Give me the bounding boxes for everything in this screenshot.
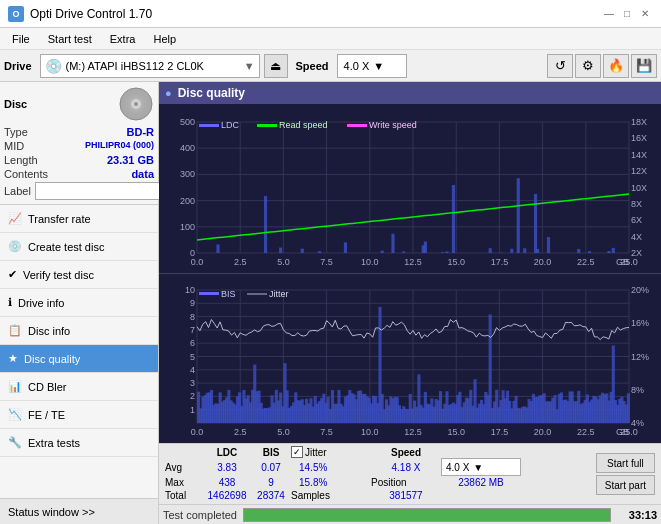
type-value: BD-R <box>127 126 155 138</box>
mid-value: PHILIPR04 (000) <box>85 140 154 152</box>
sidebar-item-fe-te[interactable]: 📉 FE / TE <box>0 401 158 429</box>
sidebar-label-extra-tests: Extra tests <box>28 437 80 449</box>
type-label: Type <box>4 126 28 138</box>
status-window-button[interactable]: Status window >> <box>0 498 158 524</box>
test-speed-value: 4.0 X <box>446 462 469 473</box>
max-ldc: 438 <box>203 476 251 489</box>
stat-header-speed: Speed <box>371 447 441 458</box>
save-button[interactable]: 💾 <box>631 54 657 78</box>
avg-ldc: 3.83 <box>203 461 251 474</box>
create-test-disc-icon: 💿 <box>8 240 22 253</box>
avg-bis: 0.07 <box>251 461 291 474</box>
fe-te-icon: 📉 <box>8 408 22 421</box>
mid-label: MID <box>4 140 24 152</box>
titlebar-controls: — □ ✕ <box>601 6 653 22</box>
sidebar-label-verify-test-disc: Verify test disc <box>23 269 94 281</box>
avg-label: Avg <box>165 462 203 473</box>
menu-start-test[interactable]: Start test <box>40 29 100 49</box>
svg-point-3 <box>120 88 152 120</box>
disc-contents-row: Contents data <box>4 168 154 180</box>
settings-button[interactable]: ⚙ <box>575 54 601 78</box>
start-buttons: Start full Start part <box>596 453 655 495</box>
titlebar-left: O Opti Drive Control 1.70 <box>8 6 152 22</box>
label-input[interactable] <box>35 182 168 200</box>
drive-name: (M:) ATAPI iHBS112 2 CL0K <box>66 60 240 72</box>
eject-button[interactable]: ⏏ <box>264 54 288 78</box>
progress-bar <box>243 508 611 522</box>
sidebar: Disc Type BD-R MID PHILIPR04 (000) Lengt… <box>0 82 159 524</box>
disc-header: Disc <box>4 86 154 122</box>
samples-value: 381577 <box>371 489 441 502</box>
content-header: ● Disc quality <box>159 82 661 104</box>
position-row: Position <box>371 477 441 488</box>
sidebar-item-extra-tests[interactable]: 🔧 Extra tests <box>0 429 158 457</box>
sidebar-label-fe-te: FE / TE <box>28 409 65 421</box>
position-value: 23862 MB <box>441 476 521 489</box>
sidebar-label-create-test-disc: Create test disc <box>28 241 104 253</box>
jitter-checkbox[interactable]: ✓ <box>291 446 303 458</box>
stats-bar: LDC BIS ✓ Jitter Speed Avg 3.83 0.07 14.… <box>159 443 661 504</box>
ldc-chart-canvas <box>159 104 661 273</box>
sidebar-item-disc-info[interactable]: 📋 Disc info <box>0 317 158 345</box>
sidebar-item-verify-test-disc[interactable]: ✔ Verify test disc <box>0 261 158 289</box>
length-label: Length <box>4 154 38 166</box>
avg-speed: 4.18 X <box>371 461 441 474</box>
cd-bler-icon: 📊 <box>8 380 22 393</box>
sidebar-label-disc-info: Disc info <box>28 325 70 337</box>
app-title: Opti Drive Control 1.70 <box>30 7 152 21</box>
max-bis: 9 <box>251 476 291 489</box>
sidebar-item-cd-bler[interactable]: 📊 CD Bler <box>0 373 158 401</box>
burn-button[interactable]: 🔥 <box>603 54 629 78</box>
total-label: Total <box>165 490 203 501</box>
speed-value: 4.0 X <box>344 60 370 72</box>
samples-row: Samples <box>291 490 371 501</box>
sidebar-label-drive-info: Drive info <box>18 297 64 309</box>
max-jitter: 15.8% <box>291 476 371 489</box>
extra-tests-icon: 🔧 <box>8 436 22 449</box>
minimize-button[interactable]: — <box>601 6 617 22</box>
disc-length-row: Length 23.31 GB <box>4 154 154 166</box>
sidebar-item-create-test-disc[interactable]: 💿 Create test disc <box>0 233 158 261</box>
close-button[interactable]: ✕ <box>637 6 653 22</box>
start-full-button[interactable]: Start full <box>596 453 655 473</box>
disc-header-label: Disc <box>4 98 27 110</box>
disc-type-row: Type BD-R <box>4 126 154 138</box>
maximize-button[interactable]: □ <box>619 6 635 22</box>
drive-info-icon: ℹ <box>8 296 12 309</box>
drive-selector[interactable]: 💿 (M:) ATAPI iHBS112 2 CL0K ▼ <box>40 54 260 78</box>
content-area: ● Disc quality LDC BIS ✓ <box>159 82 661 524</box>
menu-help[interactable]: Help <box>145 29 184 49</box>
content-header-title: Disc quality <box>178 86 245 100</box>
total-ldc: 1462698 <box>203 489 251 502</box>
length-value: 23.31 GB <box>107 154 154 166</box>
test-speed-selector[interactable]: 4.0 X ▼ <box>441 458 521 476</box>
stat-header-ldc: LDC <box>203 447 251 458</box>
menu-file[interactable]: File <box>4 29 38 49</box>
sidebar-item-drive-info[interactable]: ℹ Drive info <box>0 289 158 317</box>
progress-bar-fill <box>244 509 610 521</box>
jitter-label: Jitter <box>305 447 327 458</box>
menu-extra[interactable]: Extra <box>102 29 144 49</box>
sidebar-item-disc-quality[interactable]: ★ Disc quality <box>0 345 158 373</box>
main: Disc Type BD-R MID PHILIPR04 (000) Lengt… <box>0 82 661 524</box>
max-label: Max <box>165 477 203 488</box>
menubar: File Start test Extra Help <box>0 28 661 50</box>
start-part-button[interactable]: Start part <box>596 475 655 495</box>
drive-label: Drive <box>4 60 32 72</box>
chart2 <box>159 274 661 443</box>
transfer-rate-icon: 📈 <box>8 212 22 225</box>
drive-dropdown-arrow: ▼ <box>244 60 255 72</box>
refresh-button[interactable]: ↺ <box>547 54 573 78</box>
sidebar-item-transfer-rate[interactable]: 📈 Transfer rate <box>0 205 158 233</box>
charts-area <box>159 104 661 443</box>
disc-icon <box>118 86 154 122</box>
progress-time: 33:13 <box>617 509 657 521</box>
disc-section: Disc Type BD-R MID PHILIPR04 (000) Lengt… <box>0 82 158 205</box>
progress-bar-area: Test completed 33:13 <box>159 504 661 524</box>
contents-value: data <box>131 168 154 180</box>
speed-selector[interactable]: 4.0 X ▼ <box>337 54 407 78</box>
sidebar-label-cd-bler: CD Bler <box>28 381 67 393</box>
status-text: Test completed <box>163 509 237 521</box>
samples-label: Samples <box>291 490 330 501</box>
avg-jitter: 14.5% <box>291 461 371 474</box>
